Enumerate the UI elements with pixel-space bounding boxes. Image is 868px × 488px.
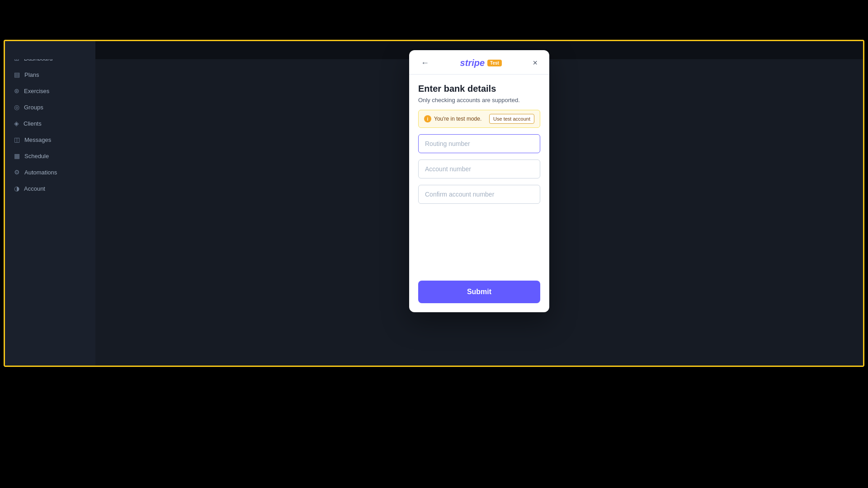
sidebar-item-account[interactable]: ◑ Account (5, 180, 95, 197)
groups-icon: ◎ (14, 103, 19, 111)
sidebar-item-exercises[interactable]: ⊛ Exercises (5, 83, 95, 99)
modal-subtitle: Only checking accounts are supported. (418, 97, 540, 103)
exercises-icon: ⊛ (14, 87, 19, 94)
modal-title: Enter bank details (418, 84, 540, 94)
test-mode-banner: i You're in test mode. Use test account (418, 110, 540, 128)
confirm-account-input[interactable] (418, 185, 540, 204)
account-number-group (418, 160, 540, 178)
messages-icon: ◫ (14, 136, 20, 143)
test-mode-left: i You're in test mode. (424, 115, 481, 122)
sidebar-label-automations: Automations (24, 169, 57, 176)
back-button[interactable]: ← (418, 57, 432, 69)
sidebar-label-clients: Clients (24, 120, 42, 127)
account-number-input[interactable] (418, 160, 540, 178)
sidebar-item-schedule[interactable]: ▦ Schedule (5, 148, 95, 164)
modal-header: ← stripe Test × (409, 50, 549, 75)
sidebar-label-messages: Messages (24, 136, 51, 143)
sidebar-label-groups: Groups (24, 104, 43, 111)
modal-overlay: ← stripe Test × Enter bank details Only … (95, 41, 863, 366)
stripe-logo: stripe (460, 58, 485, 68)
clients-icon: ◈ (14, 120, 19, 127)
main-content: ← stripe Test × Enter bank details Only … (95, 41, 863, 366)
sidebar: ⊞ Dashboard ▤ Plans ⊛ Exercises ◎ Groups… (5, 41, 95, 366)
account-icon: ◑ (14, 185, 19, 192)
modal-body: Enter bank details Only checking account… (409, 75, 549, 281)
sidebar-label-exercises: Exercises (24, 88, 49, 94)
automations-icon: ⚙ (14, 169, 20, 176)
test-badge: Test (487, 60, 502, 66)
test-mode-text: You're in test mode. (434, 116, 481, 122)
routing-number-group (418, 134, 540, 153)
sidebar-label-plans: Plans (24, 71, 39, 78)
routing-number-input[interactable] (418, 134, 540, 153)
sidebar-label-account: Account (24, 185, 45, 192)
close-button[interactable]: × (530, 57, 540, 69)
sidebar-item-groups[interactable]: ◎ Groups (5, 99, 95, 115)
sidebar-item-clients[interactable]: ◈ Clients (5, 115, 95, 131)
plans-icon: ▤ (14, 71, 20, 78)
sidebar-item-plans[interactable]: ▤ Plans (5, 66, 95, 83)
app-background: ⊞ Dashboard ▤ Plans ⊛ Exercises ◎ Groups… (5, 41, 863, 366)
stripe-logo-area: stripe Test (460, 58, 502, 68)
stripe-modal: ← stripe Test × Enter bank details Only … (409, 50, 549, 312)
submit-button[interactable]: Submit (418, 281, 540, 303)
confirm-account-group (418, 185, 540, 204)
sidebar-label-schedule: Schedule (24, 153, 49, 160)
bottom-black-bar (0, 367, 868, 488)
schedule-icon: ▦ (14, 152, 20, 160)
use-test-account-button[interactable]: Use test account (489, 114, 534, 124)
sidebar-item-automations[interactable]: ⚙ Automations (5, 164, 95, 180)
sidebar-item-messages[interactable]: ◫ Messages (5, 131, 95, 148)
info-icon: i (424, 115, 431, 122)
